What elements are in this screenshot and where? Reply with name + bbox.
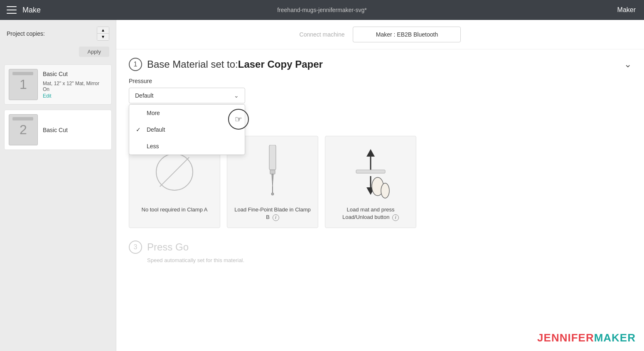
pressure-label: Pressure bbox=[129, 78, 632, 84]
pressure-option-more-label: More bbox=[147, 110, 160, 116]
mat-number-1: 1 bbox=[20, 77, 27, 92]
mat-number-2: 2 bbox=[20, 122, 27, 137]
section-1-title-prefix: Base Material set to: bbox=[147, 59, 238, 70]
file-title: freehand-mugs-jennifermaker-svg* bbox=[277, 7, 367, 13]
pressure-dropdown-menu: More ✓ Default Less ☞ bbox=[129, 104, 245, 155]
speed-note: Speed automatically set for this materia… bbox=[147, 257, 632, 263]
brand-maker: MAKER bbox=[594, 331, 636, 344]
mat-thumbnail-1: 1 bbox=[9, 69, 38, 100]
pressure-option-more[interactable]: More bbox=[129, 105, 245, 121]
sidebar: Project copies: ▲ ▼ Apply 1 Basic Cut Ma… bbox=[0, 20, 116, 351]
top-nav: Make freehand-mugs-jennifermaker-svg* Ma… bbox=[0, 0, 644, 20]
svg-rect-1 bbox=[270, 170, 275, 174]
load-mat-label-text: Load mat and press Load/Unload button bbox=[342, 206, 395, 220]
load-mat-svg bbox=[344, 145, 398, 199]
section-3-header: 3 Press Go bbox=[129, 241, 632, 254]
tool-card-load-mat: Load mat and press Load/Unload button i bbox=[325, 136, 416, 228]
section-1: 1 Base Material set to:Laser Copy Paper … bbox=[116, 49, 644, 112]
mat-name-1: Basic Cut bbox=[43, 71, 107, 77]
tool-card-img-load-mat bbox=[342, 143, 400, 201]
project-copies-label: Project copies: bbox=[7, 30, 97, 37]
load-mat-info-icon[interactable]: i bbox=[392, 214, 399, 221]
mat-thumbnail-2: 2 bbox=[9, 114, 38, 145]
section-1-header: 1 Base Material set to:Laser Copy Paper … bbox=[129, 58, 632, 71]
main-content: Connect machine Maker : EB2B Bluetooth 1… bbox=[116, 20, 644, 351]
section-1-header-left: 1 Base Material set to:Laser Copy Paper bbox=[129, 58, 323, 71]
connect-bar: Connect machine Maker : EB2B Bluetooth bbox=[116, 20, 644, 49]
section-1-num: 1 bbox=[129, 58, 142, 71]
tool-card-img-blade bbox=[243, 143, 302, 201]
pressure-option-less-label: Less bbox=[147, 143, 159, 150]
pressure-dropdown-value: Default bbox=[135, 92, 153, 99]
apply-button[interactable]: Apply bbox=[79, 47, 109, 57]
svg-point-3 bbox=[271, 193, 274, 195]
copies-stepper[interactable]: ▲ ▼ bbox=[97, 27, 109, 41]
mat-info-2: Basic Cut bbox=[43, 127, 107, 133]
pressure-option-less[interactable]: Less bbox=[129, 138, 245, 155]
connect-machine-label: Connect machine bbox=[300, 31, 345, 38]
section-3-num: 3 bbox=[129, 241, 142, 254]
section-3: 3 Press Go Speed automatically set for t… bbox=[116, 236, 644, 272]
pressure-option-default-label: Default bbox=[147, 126, 165, 133]
no-tool-icon bbox=[156, 153, 193, 191]
pressure-dropdown-container: Default ⌄ More ✓ Default Less bbox=[129, 88, 245, 103]
copies-up[interactable]: ▲ bbox=[97, 27, 109, 34]
blade-info-icon[interactable]: i bbox=[273, 214, 279, 221]
maker-label: Maker bbox=[617, 6, 636, 14]
mat-info-1: Basic Cut Mat, 12" x 12" Mat, Mirror On … bbox=[43, 71, 107, 99]
svg-point-9 bbox=[381, 183, 389, 198]
sidebar-item-2: 2 Basic Cut bbox=[4, 110, 112, 150]
copies-down[interactable]: ▼ bbox=[97, 34, 109, 40]
svg-rect-0 bbox=[269, 145, 276, 170]
sidebar-item-1: 1 Basic Cut Mat, 12" x 12" Mat, Mirror O… bbox=[4, 64, 112, 105]
section-1-title-bold: Laser Copy Paper bbox=[238, 59, 323, 70]
section-3-title: Press Go bbox=[147, 241, 189, 253]
checkmark-default: ✓ bbox=[136, 126, 143, 133]
pressure-dropdown[interactable]: Default ⌄ bbox=[129, 88, 245, 103]
brand-jennifer: JENNIFER bbox=[537, 331, 594, 344]
make-label: Make bbox=[22, 6, 41, 15]
section-1-chevron[interactable]: ⌄ bbox=[624, 59, 632, 70]
mat-edit-1[interactable]: Edit bbox=[43, 93, 107, 99]
svg-rect-10 bbox=[356, 170, 385, 173]
pressure-option-default[interactable]: ✓ Default bbox=[129, 121, 245, 138]
tool-card-label-blade: Load Fine-Point Blade in Clamp B i bbox=[234, 206, 311, 221]
project-copies-row: Project copies: ▲ ▼ bbox=[0, 20, 116, 45]
blade-svg bbox=[260, 145, 285, 199]
footer-brand: JENNIFERMAKER bbox=[537, 331, 636, 344]
tool-card-label-load-mat: Load mat and press Load/Unload button i bbox=[332, 206, 409, 221]
mat-details-1: Mat, 12" x 12" Mat, Mirror On bbox=[43, 81, 107, 92]
mat-name-2: Basic Cut bbox=[43, 127, 107, 133]
svg-marker-5 bbox=[366, 149, 375, 157]
hamburger-menu[interactable] bbox=[7, 6, 17, 14]
section-1-title: Base Material set to:Laser Copy Paper bbox=[147, 59, 323, 70]
machine-button[interactable]: Maker : EB2B Bluetooth bbox=[353, 27, 461, 42]
dropdown-arrow-icon: ⌄ bbox=[234, 92, 239, 99]
tool-card-label-no-tool: No tool required in Clamp A bbox=[142, 206, 208, 214]
